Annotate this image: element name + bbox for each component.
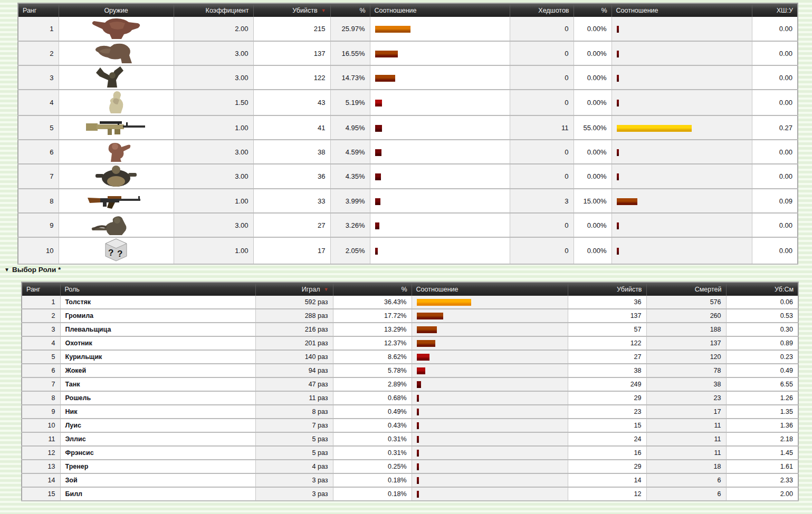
col-header-kills-ratio[interactable]: Соотношение <box>370 3 510 17</box>
role-rank-cell: 5 <box>22 350 60 364</box>
kd-ratio-cell: 2.18 <box>726 432 798 446</box>
role-row: 15Билл3 раз0.18%1262.00 <box>22 487 798 501</box>
played-percent-cell: 0.25% <box>333 460 412 473</box>
hs-per-kill-cell: 0.00 <box>752 17 798 41</box>
kills-percent-cell: 2.05% <box>330 237 370 264</box>
spitter-creature-image <box>100 90 132 115</box>
headshots-percent-cell: 0.00% <box>574 164 612 189</box>
played-ratio-cell <box>412 309 568 323</box>
role-name-cell: Билл <box>60 487 255 501</box>
hs-per-kill-cell: 0.09 <box>752 189 798 213</box>
coefficient-cell: 1.00 <box>174 189 253 213</box>
played-percent-cell: 13.29% <box>333 323 412 336</box>
played-count-cell: 4 раз <box>255 460 333 473</box>
coefficient-cell: 3.00 <box>174 65 253 90</box>
played-count-cell: 216 раз <box>255 323 333 336</box>
col-header-role-kills[interactable]: Убийств <box>568 282 646 296</box>
ratio-bar <box>375 149 381 156</box>
role-row: 8Рошель11 раз0.68%29231.26 <box>22 391 798 405</box>
kills-ratio-cell <box>370 140 510 164</box>
role-row: 11Эллис5 раз0.31%24112.18 <box>22 432 798 446</box>
col-header-hs-pct[interactable]: % <box>574 3 612 17</box>
col-header-coefficient[interactable]: Коэффициент <box>174 3 253 17</box>
col-header-role-name[interactable]: Роль <box>60 282 255 296</box>
headshots-cell: 11 <box>510 115 574 140</box>
ratio-bar <box>417 326 437 333</box>
ratio-bar <box>375 198 380 205</box>
kd-ratio-cell: 6.55 <box>726 377 798 391</box>
svg-text:?: ? <box>117 249 122 259</box>
col-header-role-deaths[interactable]: Смертей <box>646 282 726 296</box>
weapon-image-cell <box>59 189 174 213</box>
headshots-ratio-cell <box>612 115 752 140</box>
played-count-cell: 47 раз <box>255 377 333 391</box>
played-count-cell: 288 раз <box>255 309 333 323</box>
weapon-rank-cell: 7 <box>18 164 59 189</box>
role-kills-cell: 57 <box>568 323 646 336</box>
kd-ratio-cell: 0.06 <box>726 296 798 309</box>
kd-ratio-cell: 2.00 <box>726 487 798 501</box>
col-header-weapon[interactable]: Оружие <box>59 3 174 17</box>
weapon-rank-cell: 8 <box>18 189 59 213</box>
hs-per-kill-cell: 0.00 <box>752 237 798 264</box>
weapon-row: 73.00364.35%00.00%0.00 <box>18 164 798 189</box>
ratio-bar <box>417 422 419 429</box>
role-kills-cell: 27 <box>568 350 646 364</box>
ratio-bar <box>375 26 410 33</box>
role-rank-cell: 10 <box>22 419 60 432</box>
role-deaths-cell: 576 <box>646 296 726 309</box>
col-header-played-ratio[interactable]: Соотношение <box>412 282 568 296</box>
role-rank-cell: 4 <box>22 336 60 350</box>
headshots-cell: 0 <box>510 237 574 264</box>
hs-per-kill-cell: 0.00 <box>752 65 798 90</box>
headshots-ratio-cell <box>612 41 752 65</box>
coefficient-cell: 1.00 <box>174 115 253 140</box>
role-name-cell: Тренер <box>60 460 255 473</box>
role-deaths-cell: 137 <box>646 336 726 350</box>
col-header-hs-per-kill[interactable]: ХШ:У <box>752 3 798 17</box>
ratio-bar <box>417 381 421 388</box>
kd-ratio-cell: 0.30 <box>726 323 798 336</box>
role-name-cell: Эллис <box>60 432 255 446</box>
col-header-played[interactable]: Играл▼ <box>255 282 333 296</box>
role-rank-cell: 9 <box>22 405 60 419</box>
headshots-cell: 0 <box>510 90 574 115</box>
role-deaths-cell: 188 <box>646 323 726 336</box>
col-header-hs-ratio[interactable]: Соотношение <box>612 3 752 17</box>
section-title: Выбор Роли * <box>12 266 61 274</box>
col-header-kills[interactable]: Убийств▼ <box>253 3 330 17</box>
headshots-ratio-cell <box>612 164 752 189</box>
ratio-bar <box>617 173 619 180</box>
col-header-headshots[interactable]: Хедшотов <box>510 3 574 17</box>
role-name-cell: Плевальщица <box>60 323 255 336</box>
played-percent-cell: 12.37% <box>333 336 412 350</box>
played-percent-cell: 2.89% <box>333 377 412 391</box>
headshots-percent-cell: 0.00% <box>574 41 612 65</box>
headshots-cell: 0 <box>510 213 574 237</box>
role-name: Тренер <box>65 463 89 470</box>
weapon-image-cell: ?? <box>59 237 174 264</box>
weapon-image-cell <box>59 41 174 65</box>
col-header-role-rank[interactable]: Ранг <box>22 282 60 296</box>
kd-ratio-cell: 2.33 <box>726 473 798 487</box>
col-header-kd-ratio[interactable]: Уб:См <box>726 282 798 296</box>
kd-ratio-cell: 1.45 <box>726 446 798 460</box>
played-percent-cell: 8.62% <box>333 350 412 364</box>
col-header-rank[interactable]: Ранг <box>18 3 59 17</box>
role-deaths-cell: 23 <box>646 391 726 405</box>
role-kills-cell: 38 <box>568 364 646 377</box>
role-selection-table: Ранг Роль Играл▼ % Соотношение Убийств С… <box>21 282 799 501</box>
role-deaths-cell: 6 <box>646 487 726 501</box>
played-ratio-cell <box>412 364 568 377</box>
weapon-row: 12.0021525.97%00.00%0.00 <box>18 17 798 41</box>
kills-percent-cell: 4.59% <box>330 140 370 164</box>
role-selection-section-toggle[interactable]: ▼Выбор Роли * <box>4 266 61 274</box>
played-ratio-cell <box>412 323 568 336</box>
kd-ratio-cell: 1.36 <box>726 419 798 432</box>
col-header-kills-pct[interactable]: % <box>330 3 370 17</box>
role-name-cell: Ник <box>60 405 255 419</box>
weapon-image-cell <box>59 164 174 189</box>
col-header-played-pct[interactable]: % <box>333 282 412 296</box>
coefficient-cell: 1.00 <box>174 237 253 264</box>
hs-per-kill-cell: 0.00 <box>752 213 798 237</box>
